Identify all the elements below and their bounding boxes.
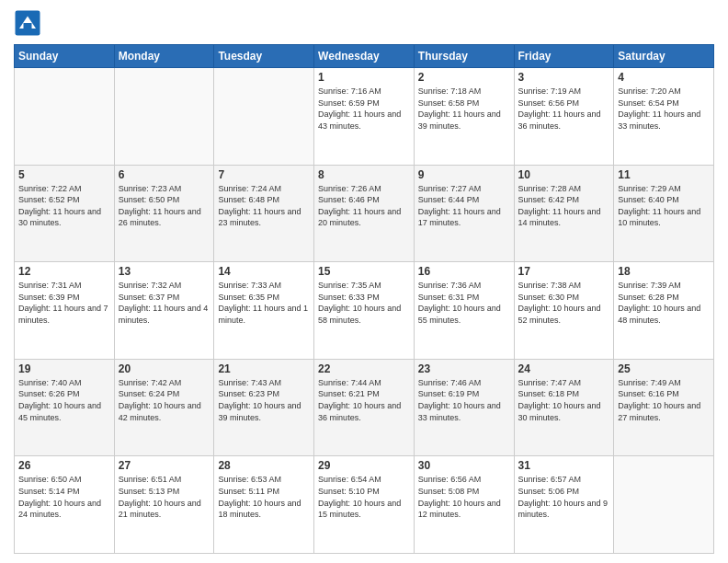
day-info: Sunrise: 6:51 AMSunset: 5:13 PMDaylight:… [119,474,210,520]
day-info: Sunrise: 7:16 AMSunset: 6:59 PMDaylight:… [318,86,410,132]
day-info: Sunrise: 7:22 AMSunset: 6:52 PMDaylight:… [18,183,110,229]
day-number: 10 [518,168,610,181]
calendar-cell: 3Sunrise: 7:19 AMSunset: 6:56 PMDaylight… [514,68,614,166]
day-number: 23 [418,362,510,375]
calendar-cell: 10Sunrise: 7:28 AMSunset: 6:42 PMDayligh… [514,165,614,262]
calendar-cell: 26Sunrise: 6:50 AMSunset: 5:14 PMDayligh… [15,456,115,554]
day-number: 12 [18,265,110,278]
day-info: Sunrise: 7:42 AMSunset: 6:24 PMDaylight:… [119,377,210,423]
calendar-header-row: SundayMondayTuesdayWednesdayThursdayFrid… [15,45,714,68]
day-info: Sunrise: 6:57 AMSunset: 5:06 PMDaylight:… [518,474,610,520]
svg-rect-2 [24,23,32,29]
day-info: Sunrise: 6:50 AMSunset: 5:14 PMDaylight:… [18,474,110,520]
calendar-table: SundayMondayTuesdayWednesdayThursdayFrid… [14,44,714,554]
calendar-cell: 13Sunrise: 7:32 AMSunset: 6:37 PMDayligh… [114,262,214,360]
day-info: Sunrise: 7:18 AMSunset: 6:58 PMDaylight:… [418,86,510,132]
day-number: 22 [318,362,410,375]
calendar-cell: 22Sunrise: 7:44 AMSunset: 6:21 PMDayligh… [314,359,415,456]
calendar-cell: 6Sunrise: 7:23 AMSunset: 6:50 PMDaylight… [114,165,214,262]
calendar-week-4: 26Sunrise: 6:50 AMSunset: 5:14 PMDayligh… [15,456,714,554]
day-number: 11 [618,168,710,181]
calendar-cell: 20Sunrise: 7:42 AMSunset: 6:24 PMDayligh… [114,359,214,456]
day-info: Sunrise: 7:43 AMSunset: 6:23 PMDaylight:… [218,377,310,423]
day-info: Sunrise: 7:49 AMSunset: 6:16 PMDaylight:… [618,377,710,423]
calendar-cell: 27Sunrise: 6:51 AMSunset: 5:13 PMDayligh… [114,456,214,554]
calendar-cell: 16Sunrise: 7:36 AMSunset: 6:31 PMDayligh… [414,262,514,360]
day-number: 16 [418,265,510,278]
day-number: 4 [618,71,710,84]
calendar-cell: 29Sunrise: 6:54 AMSunset: 5:10 PMDayligh… [314,456,415,554]
day-info: Sunrise: 7:26 AMSunset: 6:46 PMDaylight:… [318,183,410,229]
calendar-cell: 12Sunrise: 7:31 AMSunset: 6:39 PMDayligh… [15,262,115,360]
calendar-cell: 31Sunrise: 6:57 AMSunset: 5:06 PMDayligh… [514,456,614,554]
calendar-cell: 19Sunrise: 7:40 AMSunset: 6:26 PMDayligh… [15,359,115,456]
header [14,9,714,37]
day-info: Sunrise: 7:24 AMSunset: 6:48 PMDaylight:… [218,183,310,229]
day-number: 1 [318,71,410,84]
day-info: Sunrise: 7:32 AMSunset: 6:37 PMDaylight:… [119,280,210,326]
day-info: Sunrise: 7:27 AMSunset: 6:44 PMDaylight:… [418,183,510,229]
weekday-header-sunday: Sunday [15,45,115,68]
day-info: Sunrise: 7:31 AMSunset: 6:39 PMDaylight:… [18,280,110,326]
day-number: 7 [218,168,310,181]
calendar-week-3: 19Sunrise: 7:40 AMSunset: 6:26 PMDayligh… [15,359,714,456]
day-number: 28 [218,459,310,472]
calendar-cell: 8Sunrise: 7:26 AMSunset: 6:46 PMDaylight… [314,165,415,262]
day-number: 9 [418,168,510,181]
day-number: 20 [119,362,210,375]
calendar-cell: 11Sunrise: 7:29 AMSunset: 6:40 PMDayligh… [614,165,714,262]
day-info: Sunrise: 7:38 AMSunset: 6:30 PMDaylight:… [518,280,610,326]
day-info: Sunrise: 7:20 AMSunset: 6:54 PMDaylight:… [618,86,710,132]
day-info: Sunrise: 6:53 AMSunset: 5:11 PMDaylight:… [218,474,310,520]
day-number: 26 [18,459,110,472]
day-info: Sunrise: 7:44 AMSunset: 6:21 PMDaylight:… [318,377,410,423]
calendar-cell: 7Sunrise: 7:24 AMSunset: 6:48 PMDaylight… [214,165,314,262]
calendar-cell: 25Sunrise: 7:49 AMSunset: 6:16 PMDayligh… [614,359,714,456]
weekday-header-saturday: Saturday [614,45,714,68]
calendar-cell: 17Sunrise: 7:38 AMSunset: 6:30 PMDayligh… [514,262,614,360]
weekday-header-friday: Friday [514,45,614,68]
calendar-cell: 18Sunrise: 7:39 AMSunset: 6:28 PMDayligh… [614,262,714,360]
day-info: Sunrise: 7:39 AMSunset: 6:28 PMDaylight:… [618,280,710,326]
weekday-header-thursday: Thursday [414,45,514,68]
day-number: 6 [119,168,210,181]
day-info: Sunrise: 7:19 AMSunset: 6:56 PMDaylight:… [518,86,610,132]
day-info: Sunrise: 7:35 AMSunset: 6:33 PMDaylight:… [318,280,410,326]
calendar-cell: 14Sunrise: 7:33 AMSunset: 6:35 PMDayligh… [214,262,314,360]
calendar-cell: 2Sunrise: 7:18 AMSunset: 6:58 PMDaylight… [414,68,514,166]
calendar-cell: 1Sunrise: 7:16 AMSunset: 6:59 PMDaylight… [314,68,415,166]
day-number: 30 [418,459,510,472]
day-info: Sunrise: 6:54 AMSunset: 5:10 PMDaylight:… [318,474,410,520]
day-number: 17 [518,265,610,278]
calendar-cell: 24Sunrise: 7:47 AMSunset: 6:18 PMDayligh… [514,359,614,456]
calendar-cell: 5Sunrise: 7:22 AMSunset: 6:52 PMDaylight… [15,165,115,262]
day-number: 14 [218,265,310,278]
day-number: 27 [119,459,210,472]
logo-icon [14,9,41,37]
page: SundayMondayTuesdayWednesdayThursdayFrid… [0,0,728,563]
day-info: Sunrise: 6:56 AMSunset: 5:08 PMDaylight:… [418,474,510,520]
day-number: 2 [418,71,510,84]
day-number: 19 [18,362,110,375]
calendar-cell: 21Sunrise: 7:43 AMSunset: 6:23 PMDayligh… [214,359,314,456]
day-number: 24 [518,362,610,375]
calendar-week-2: 12Sunrise: 7:31 AMSunset: 6:39 PMDayligh… [15,262,714,360]
day-info: Sunrise: 7:23 AMSunset: 6:50 PMDaylight:… [119,183,210,229]
calendar-cell [614,456,714,554]
day-number: 8 [318,168,410,181]
day-info: Sunrise: 7:29 AMSunset: 6:40 PMDaylight:… [618,183,710,229]
calendar-cell: 9Sunrise: 7:27 AMSunset: 6:44 PMDaylight… [414,165,514,262]
calendar-cell: 15Sunrise: 7:35 AMSunset: 6:33 PMDayligh… [314,262,415,360]
weekday-header-wednesday: Wednesday [314,45,415,68]
calendar-week-0: 1Sunrise: 7:16 AMSunset: 6:59 PMDaylight… [15,68,714,166]
calendar-cell: 28Sunrise: 6:53 AMSunset: 5:11 PMDayligh… [214,456,314,554]
day-number: 21 [218,362,310,375]
day-number: 3 [518,71,610,84]
day-info: Sunrise: 7:33 AMSunset: 6:35 PMDaylight:… [218,280,310,326]
day-number: 29 [318,459,410,472]
day-info: Sunrise: 7:46 AMSunset: 6:19 PMDaylight:… [418,377,510,423]
day-info: Sunrise: 7:28 AMSunset: 6:42 PMDaylight:… [518,183,610,229]
calendar-cell [114,68,214,166]
day-number: 13 [119,265,210,278]
day-number: 15 [318,265,410,278]
